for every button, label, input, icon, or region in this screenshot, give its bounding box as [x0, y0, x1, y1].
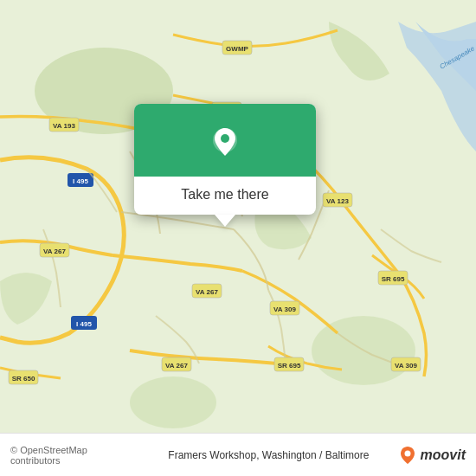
svg-text:VA 267: VA 267: [196, 288, 218, 296]
svg-text:GWMP: GWMP: [226, 45, 248, 53]
moovit-pin-icon: [398, 446, 417, 465]
svg-text:SR 650: SR 650: [12, 375, 35, 383]
map-container: I 495 I 495: [0, 0, 476, 476]
moovit-logo: moovit: [398, 446, 466, 465]
svg-text:I 495: I 495: [76, 320, 92, 328]
svg-point-34: [221, 134, 229, 143]
svg-text:SR 695: SR 695: [278, 362, 301, 370]
svg-text:VA 267: VA 267: [43, 248, 66, 255]
popup-header: [134, 104, 316, 177]
copyright-text: © OpenStreetMap contributors: [10, 445, 139, 466]
venue-info: Framers Workshop, Washington / Baltimore: [139, 449, 397, 461]
svg-point-3: [130, 376, 216, 428]
svg-text:VA 267: VA 267: [165, 362, 188, 370]
svg-text:I 495: I 495: [73, 177, 88, 185]
svg-text:VA 309: VA 309: [273, 306, 296, 313]
svg-point-35: [404, 450, 410, 456]
svg-text:VA 193: VA 193: [53, 122, 75, 130]
map-background: I 495 I 495: [0, 0, 476, 476]
svg-text:VA 123: VA 123: [326, 197, 349, 205]
svg-text:SR 695: SR 695: [382, 275, 405, 283]
bottom-bar: © OpenStreetMap contributors Framers Wor…: [0, 433, 476, 476]
location-pin-icon: [206, 123, 244, 161]
moovit-brand-text: moovit: [421, 447, 466, 463]
svg-text:VA 309: VA 309: [395, 362, 417, 370]
take-me-there-button[interactable]: Take me there: [172, 187, 277, 203]
popup-card: Take me there: [134, 104, 316, 215]
